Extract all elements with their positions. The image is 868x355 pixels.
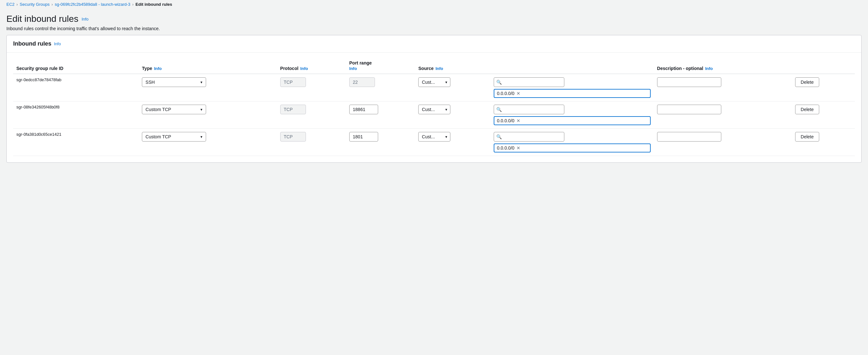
search-icon: 🔍 — [496, 79, 502, 85]
source-search-input-2[interactable] — [494, 132, 564, 141]
protocol-field-2: TCP — [280, 132, 306, 141]
table-row: sgr-08fe342605f48b0f8SSHCustom TCPHTTPHT… — [13, 101, 855, 129]
source-value-cell-1: 🔍0.0.0.0/0✕ — [491, 101, 654, 129]
page-header: Edit inbound rules Info Inbound rules co… — [0, 9, 868, 35]
col-header-source-val — [491, 58, 654, 74]
port-field-0: 22 — [349, 77, 375, 87]
delete-cell-2[interactable]: Delete — [792, 129, 855, 156]
description-input-2[interactable] — [657, 132, 721, 141]
breadcrumb-sg-id[interactable]: sg-069fc2fc2b4589da8 - launch-wizard-3 — [55, 2, 131, 7]
type-select-2[interactable]: SSHCustom TCPHTTPHTTPSAll traffic — [142, 132, 206, 141]
source-chip-text-2: 0.0.0.0/0 — [497, 146, 515, 151]
description-input-1[interactable] — [657, 105, 721, 114]
description-cell-0[interactable] — [654, 74, 792, 101]
rule-id-0: sgr-0edcc87de78478fab — [13, 74, 139, 101]
search-icon: 🔍 — [496, 134, 502, 139]
delete-button-1[interactable]: Delete — [795, 105, 819, 114]
description-cell-2[interactable] — [654, 129, 792, 156]
description-info-link[interactable]: Info — [705, 66, 713, 71]
rule-id-2: sgr-0fa381d0c65ce1421 — [13, 129, 139, 156]
source-search-input-1[interactable] — [494, 105, 564, 114]
page-info-link[interactable]: Info — [82, 17, 89, 22]
delete-button-0[interactable]: Delete — [795, 77, 819, 87]
section-info-link[interactable]: Info — [54, 41, 61, 46]
table-row: sgr-0fa381d0c65ce1421SSHCustom TCPHTTPHT… — [13, 129, 855, 156]
source-search-input-0[interactable] — [494, 77, 564, 87]
type-select-wrapper-0: SSHCustom TCPHTTPHTTPSAll traffic — [142, 77, 206, 87]
col-header-description: Description - optional Info — [654, 58, 792, 74]
port-cell-0: 22 — [346, 74, 415, 101]
source-select-2[interactable]: Cust...AnywhereMy IP — [418, 132, 451, 141]
breadcrumb-ec2[interactable]: EC2 — [6, 2, 14, 7]
source-select-1[interactable]: Cust...AnywhereMy IP — [418, 105, 451, 114]
col-header-action — [792, 58, 855, 74]
section-header: Inbound rules Info — [7, 35, 861, 53]
source-chip-text-0: 0.0.0.0/0 — [497, 91, 515, 96]
breadcrumb: EC2 › Security Groups › sg-069fc2fc2b458… — [0, 0, 868, 9]
delete-cell-1[interactable]: Delete — [792, 101, 855, 129]
source-type-cell-0[interactable]: Cust...AnywhereMy IP — [415, 74, 491, 101]
protocol-field-0: TCP — [280, 77, 306, 87]
source-select-0[interactable]: Cust...AnywhereMy IP — [418, 77, 451, 87]
protocol-cell-0: TCP — [277, 74, 346, 101]
breadcrumb-sep-3: › — [132, 2, 133, 7]
breadcrumb-sep-1: › — [17, 2, 18, 7]
col-header-source: Source Info — [415, 58, 491, 74]
source-search-col-0: 🔍0.0.0.0/0✕ — [494, 77, 651, 98]
search-wrapper-1: 🔍 — [494, 105, 651, 114]
source-chip-2: 0.0.0.0/0✕ — [494, 143, 651, 153]
port-input-1[interactable] — [349, 105, 378, 114]
protocol-info-link[interactable]: Info — [301, 66, 308, 71]
source-chip-remove-2[interactable]: ✕ — [517, 146, 520, 150]
source-chip-remove-0[interactable]: ✕ — [517, 91, 520, 96]
main-content: Inbound rules Info Security group rule I… — [6, 35, 862, 163]
source-type-cell-2[interactable]: Cust...AnywhereMy IP — [415, 129, 491, 156]
search-wrapper-0: 🔍 — [494, 77, 651, 87]
col-header-type: Type Info — [139, 58, 277, 74]
source-search-col-2: 🔍0.0.0.0/0✕ — [494, 132, 651, 153]
port-info-link[interactable]: Info — [349, 66, 412, 71]
delete-cell-0[interactable]: Delete — [792, 74, 855, 101]
col-header-protocol: Protocol Info — [277, 58, 346, 74]
source-info-link[interactable]: Info — [436, 66, 443, 71]
source-chip-text-1: 0.0.0.0/0 — [497, 118, 515, 123]
source-select-wrapper-2: Cust...AnywhereMy IP — [418, 132, 451, 141]
source-chip-remove-1[interactable]: ✕ — [517, 119, 520, 123]
protocol-field-1: TCP — [280, 105, 306, 114]
search-wrapper-2: 🔍 — [494, 132, 651, 141]
delete-button-2[interactable]: Delete — [795, 132, 819, 141]
description-cell-1[interactable] — [654, 101, 792, 129]
inbound-rules-table: Security group rule ID Type Info Protoco… — [13, 58, 855, 156]
source-chip-0: 0.0.0.0/0✕ — [494, 89, 651, 98]
col-header-rule-id: Security group rule ID — [13, 58, 139, 74]
source-search-col-1: 🔍0.0.0.0/0✕ — [494, 105, 651, 125]
protocol-cell-2: TCP — [277, 129, 346, 156]
type-select-0[interactable]: SSHCustom TCPHTTPHTTPSAll traffic — [142, 77, 206, 87]
type-cell-0[interactable]: SSHCustom TCPHTTPHTTPSAll traffic — [139, 74, 277, 101]
breadcrumb-current: Edit inbound rules — [135, 2, 172, 7]
page-description: Inbound rules control the incoming traff… — [6, 26, 862, 31]
port-cell-1[interactable] — [346, 101, 415, 129]
breadcrumb-sep-2: › — [52, 2, 53, 7]
source-value-cell-2: 🔍0.0.0.0/0✕ — [491, 129, 654, 156]
source-select-wrapper-1: Cust...AnywhereMy IP — [418, 105, 451, 114]
description-input-0[interactable] — [657, 77, 721, 87]
search-icon: 🔍 — [496, 107, 502, 112]
port-input-2[interactable] — [349, 132, 378, 141]
col-header-port: Port range Info — [346, 58, 415, 74]
source-chip-1: 0.0.0.0/0✕ — [494, 116, 651, 125]
type-cell-1[interactable]: SSHCustom TCPHTTPHTTPSAll traffic — [139, 101, 277, 129]
port-cell-2[interactable] — [346, 129, 415, 156]
source-select-wrapper-0: Cust...AnywhereMy IP — [418, 77, 451, 87]
type-cell-2[interactable]: SSHCustom TCPHTTPHTTPSAll traffic — [139, 129, 277, 156]
breadcrumb-security-groups[interactable]: Security Groups — [20, 2, 50, 7]
table-container: Security group rule ID Type Info Protoco… — [7, 58, 861, 162]
table-row: sgr-0edcc87de78478fabSSHCustom TCPHTTPHT… — [13, 74, 855, 101]
type-info-link[interactable]: Info — [154, 66, 162, 71]
type-select-1[interactable]: SSHCustom TCPHTTPHTTPSAll traffic — [142, 105, 206, 114]
source-value-cell-0: 🔍0.0.0.0/0✕ — [491, 74, 654, 101]
section-title: Inbound rules — [13, 40, 51, 47]
rule-id-1: sgr-08fe342605f48b0f8 — [13, 101, 139, 129]
source-type-cell-1[interactable]: Cust...AnywhereMy IP — [415, 101, 491, 129]
protocol-cell-1: TCP — [277, 101, 346, 129]
